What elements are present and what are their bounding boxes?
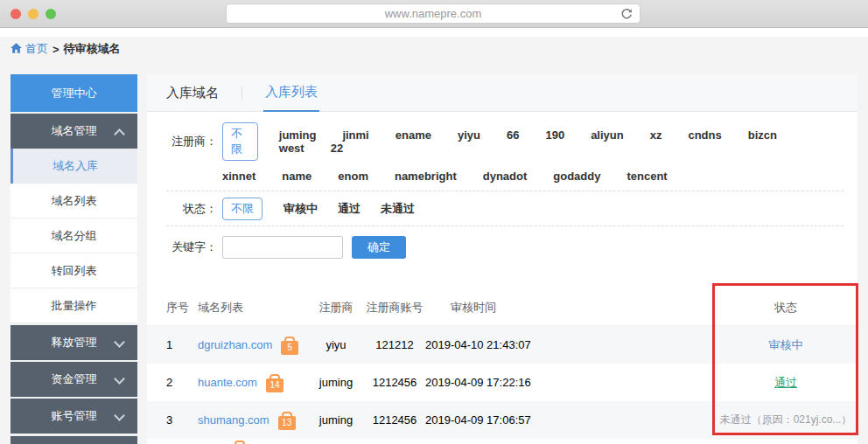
sidebar-item-label: 账号管理 bbox=[52, 408, 97, 424]
sidebar-item[interactable]: 释放管理 bbox=[10, 323, 137, 360]
traffic-lights bbox=[10, 9, 56, 19]
table-row[interactable]: 3 shumang.com 13 juming 1212456 2019-04-… bbox=[147, 401, 858, 439]
registrar-option-selected[interactable]: 不限 bbox=[222, 122, 258, 161]
close-traffic-light-icon[interactable] bbox=[10, 9, 21, 19]
briefcase-badge-icon[interactable]: 13 bbox=[278, 416, 296, 430]
filter-section: 注册商： 不限 jumingjinmienameyiyu66190aliyunx… bbox=[147, 112, 858, 268]
col-header-registrar: 注册商 bbox=[308, 300, 364, 316]
sidebar-item[interactable]: 资金管理 bbox=[10, 360, 137, 397]
domain-table: 序号 域名列表 注册商 注册商账号 审核时间 状态 1 dgruizhan.co… bbox=[147, 289, 858, 444]
col-header-time: 审核时间 bbox=[425, 300, 522, 316]
status-option-selected[interactable]: 不限 bbox=[222, 198, 262, 220]
registrar-option[interactable]: enom bbox=[338, 170, 368, 183]
registrar-option[interactable]: jinmi bbox=[342, 128, 368, 142]
row-time: 2019-04-10 21:43:07 bbox=[425, 338, 522, 351]
browser-chrome: www.namepre.com bbox=[0, 0, 868, 28]
sidebar-item-label: 域名分组 bbox=[52, 228, 97, 244]
chevron-down-icon bbox=[114, 373, 125, 385]
tab-store-list[interactable]: 入库列表 bbox=[263, 74, 319, 112]
registrar-option[interactable]: bizcn bbox=[748, 128, 777, 142]
registrar-option[interactable]: tencent bbox=[626, 170, 667, 183]
refresh-icon[interactable] bbox=[620, 8, 633, 24]
table-header-row: 序号 域名列表 注册商 注册商账号 审核时间 状态 bbox=[147, 289, 858, 326]
sidebar-item-label: 批量操作 bbox=[52, 298, 97, 314]
row-status[interactable]: 审核中 bbox=[714, 337, 858, 353]
registrar-option[interactable]: xinnet bbox=[222, 170, 256, 183]
registrar-option[interactable]: ename bbox=[396, 128, 431, 142]
status-options: 审核中通过未通过 bbox=[284, 201, 435, 217]
keyword-filter-label: 关键字： bbox=[166, 239, 217, 255]
registrar-options-row1: jumingjinmienameyiyu66190aliyunxzcndnsbi… bbox=[279, 128, 844, 155]
breadcrumb: 首页 > 待审核域名 bbox=[0, 37, 868, 74]
col-header-domain: 域名列表 bbox=[198, 300, 308, 316]
keyword-filter-row: 关键字： 确定 bbox=[166, 226, 844, 268]
row-registrar: juming bbox=[308, 413, 364, 427]
sidebar-item[interactable]: 账号管理 bbox=[10, 397, 137, 434]
registrar-filter-row-2: xinnetnameenomnamebrightdynadotgodaddyte… bbox=[166, 161, 844, 191]
registrar-option[interactable]: 22 bbox=[331, 142, 343, 155]
breadcrumb-current: 待审核域名 bbox=[64, 41, 121, 57]
registrar-option[interactable]: aliyun bbox=[591, 128, 624, 142]
table-row[interactable]: 2 huante.com 14 juming 1212456 2019-04-0… bbox=[147, 364, 858, 401]
status-option[interactable]: 通过 bbox=[338, 201, 360, 217]
sidebar-item[interactable]: 域名分组 bbox=[10, 219, 137, 253]
confirm-button[interactable]: 确定 bbox=[352, 236, 406, 259]
url-text: www.namepre.com bbox=[385, 7, 482, 20]
registrar-filter-row: 注册商： 不限 jumingjinmienameyiyu66190aliyunx… bbox=[166, 122, 844, 161]
registrar-option[interactable]: yiyu bbox=[458, 128, 480, 142]
row-account: 121212 bbox=[364, 338, 425, 351]
sidebar-item-label: 资金管理 bbox=[52, 371, 97, 387]
zoom-traffic-light-icon[interactable] bbox=[46, 9, 56, 19]
tab-divider bbox=[242, 87, 242, 100]
registrar-option[interactable]: godaddy bbox=[553, 170, 600, 183]
status-option[interactable]: 未通过 bbox=[381, 201, 415, 217]
sidebar-item[interactable]: 批量操作 bbox=[10, 288, 137, 323]
chevron-down-icon bbox=[114, 410, 125, 421]
address-bar[interactable]: www.namepre.com bbox=[226, 3, 640, 24]
minimize-traffic-light-icon[interactable] bbox=[28, 9, 38, 19]
col-header-account: 注册商账号 bbox=[364, 300, 425, 316]
briefcase-badge-icon[interactable]: 14 bbox=[266, 378, 284, 392]
home-icon bbox=[10, 43, 22, 56]
app-screen: www.namepre.com 首页 > 待审核域名 管理中心 bbox=[0, 0, 868, 444]
registrar-option[interactable]: xz bbox=[650, 128, 662, 142]
status-option[interactable]: 审核中 bbox=[284, 201, 318, 217]
row-index: 2 bbox=[166, 376, 198, 389]
registrar-option[interactable]: juming bbox=[279, 128, 317, 142]
table-row[interactable]: 1 dgruizhan.com 5 yiyu 121212 2019-04-10… bbox=[147, 326, 858, 364]
sidebar-item[interactable]: 管理中心 bbox=[10, 74, 137, 112]
briefcase-badge-icon[interactable]: 5 bbox=[281, 341, 298, 355]
domain-link[interactable]: dgruizhan.com bbox=[198, 338, 272, 351]
chevron-down-icon bbox=[114, 336, 125, 348]
row-time: 2019-04-09 17:06:57 bbox=[425, 413, 522, 427]
registrar-option[interactable]: 190 bbox=[545, 128, 564, 142]
sidebar-item[interactable]: 域名管理 bbox=[10, 112, 137, 149]
sidebar-item[interactable]: 转回列表 bbox=[10, 253, 137, 288]
keyword-input[interactable] bbox=[222, 236, 343, 259]
status-filter-label: 状态： bbox=[166, 201, 217, 217]
sidebar-item[interactable]: 域名列表 bbox=[10, 184, 137, 219]
row-status[interactable]: 通过 bbox=[714, 375, 858, 391]
registrar-option[interactable]: name bbox=[282, 170, 312, 183]
breadcrumb-separator: > bbox=[52, 43, 60, 56]
row-registrar: yiyu bbox=[308, 338, 364, 351]
registrar-option[interactable]: namebright bbox=[395, 170, 457, 183]
sidebar-item-partial bbox=[10, 434, 137, 444]
domain-link[interactable]: shumang.com bbox=[198, 413, 270, 427]
tab-store-domain[interactable]: 入库域名 bbox=[164, 74, 220, 111]
chrome-page-gap bbox=[0, 28, 868, 37]
tab-bar: 入库域名 入库列表 bbox=[147, 74, 858, 112]
sidebar-item-label: 域名列表 bbox=[52, 193, 97, 209]
col-header-status: 状态 bbox=[714, 300, 858, 316]
col-header-index: 序号 bbox=[166, 300, 198, 316]
row-index: 3 bbox=[166, 413, 198, 427]
registrar-option[interactable]: dynadot bbox=[483, 170, 528, 183]
registrar-option[interactable]: 66 bbox=[507, 128, 519, 142]
registrar-option[interactable]: cndns bbox=[688, 128, 721, 142]
main-panel: 入库域名 入库列表 注册商： 不限 jumingjinmienameyiyu66… bbox=[147, 74, 858, 444]
row-status[interactable]: 未通过（原因：021yj.co...） bbox=[714, 413, 858, 427]
domain-link[interactable]: huante.com bbox=[198, 376, 257, 389]
registrar-option[interactable]: west bbox=[279, 142, 304, 155]
sidebar-item[interactable]: 域名入库 bbox=[10, 149, 137, 184]
breadcrumb-home-link[interactable]: 首页 bbox=[25, 41, 48, 57]
